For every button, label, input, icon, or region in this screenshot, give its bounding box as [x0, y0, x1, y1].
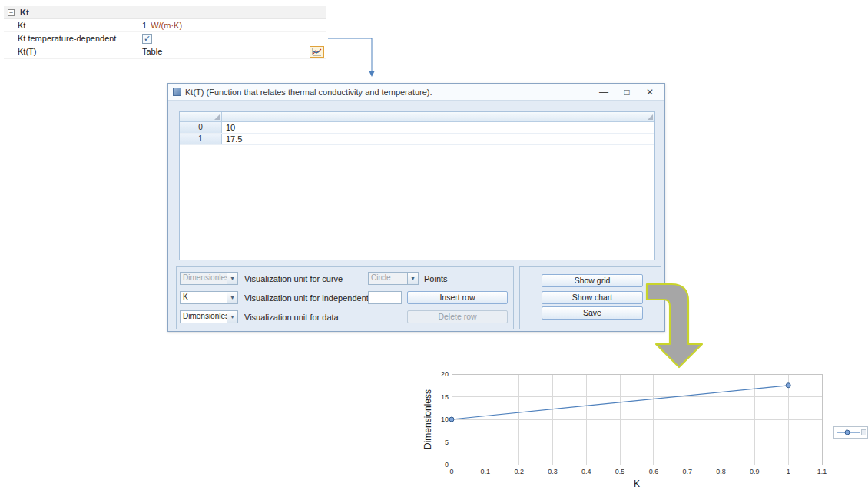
svg-text:0.3: 0.3 — [548, 468, 558, 475]
collapse-icon[interactable]: − — [8, 9, 15, 16]
independent-unit-value: K — [181, 292, 227, 303]
svg-text:0.7: 0.7 — [682, 468, 692, 475]
svg-text:0: 0 — [445, 461, 449, 469]
delete-row-button[interactable]: Delete row — [407, 310, 508, 323]
insert-row-button[interactable]: Insert row — [407, 291, 508, 304]
svg-text:1: 1 — [787, 468, 790, 475]
mini-chart-icon — [312, 48, 322, 56]
property-row-kt[interactable]: Kt 1 W/(m·K) — [4, 19, 326, 32]
points-label: Points — [424, 273, 448, 286]
independent-unit-label: Visualization unit for independent va — [244, 292, 380, 305]
svg-text:5: 5 — [445, 439, 449, 446]
actions-group: Show grid Show chart Save — [519, 266, 661, 329]
property-label: Kt — [4, 21, 142, 30]
independent-unit-dropdown[interactable]: K ▾ — [180, 291, 238, 304]
row-value-input[interactable] — [368, 291, 402, 304]
curve-unit-dropdown[interactable]: Dimensionless ▾ — [180, 272, 238, 285]
svg-text:0.2: 0.2 — [514, 468, 524, 475]
svg-text:0.5: 0.5 — [615, 468, 625, 475]
data-table[interactable]: 0 10 1 17.5 — [179, 111, 655, 260]
unit-controls-group: Dimensionless ▾ Visualization unit for c… — [176, 266, 514, 329]
row-header[interactable]: 0 — [180, 122, 222, 133]
property-grid: − Kt Kt 1 W/(m·K) Kt temperature-depende… — [4, 6, 326, 59]
svg-text:0.6: 0.6 — [649, 468, 659, 475]
row-value-cell[interactable]: 17.5 — [222, 134, 654, 144]
property-label: Kt(T) — [4, 47, 142, 56]
window-icon — [173, 88, 181, 96]
close-button[interactable]: ✕ — [638, 84, 661, 100]
maximize-button[interactable]: □ — [615, 84, 638, 100]
dialog-title: Kt(T) (Function that relates thermal con… — [185, 88, 592, 97]
curve-unit-label: Visualization unit for curve — [244, 273, 343, 286]
minimize-button[interactable]: — — [592, 84, 615, 100]
chevron-down-icon[interactable]: ▾ — [407, 273, 418, 284]
chevron-down-icon[interactable]: ▾ — [227, 273, 237, 284]
property-unit: W/(m·K) — [151, 21, 182, 30]
property-group-label: Kt — [20, 8, 29, 17]
dialog-titlebar[interactable]: Kt(T) (Function that relates thermal con… — [168, 84, 664, 101]
table-row[interactable]: 0 10 — [180, 122, 654, 134]
chevron-down-icon[interactable]: ▾ — [227, 292, 237, 303]
svg-text:0.4: 0.4 — [581, 468, 591, 475]
select-all-corner[interactable] — [180, 112, 222, 121]
save-button[interactable]: Save — [542, 306, 643, 320]
points-style-value: Circle — [369, 273, 407, 284]
corner-triangle-icon — [648, 114, 653, 120]
svg-text:0.1: 0.1 — [481, 468, 491, 475]
curve-unit-value: Dimensionless — [181, 273, 227, 284]
property-group-header[interactable]: − Kt — [4, 6, 326, 19]
value-column-header[interactable] — [222, 112, 654, 121]
svg-text:0.8: 0.8 — [716, 468, 726, 475]
show-chart-button[interactable]: Show chart — [542, 291, 643, 304]
corner-triangle-icon — [214, 114, 220, 120]
temperature-dependent-checkbox[interactable]: ✓ — [142, 34, 152, 44]
svg-text:15: 15 — [441, 393, 449, 401]
svg-text:Dimensionless: Dimensionless — [422, 389, 433, 449]
property-label: Kt temperature-dependent — [4, 34, 142, 43]
chevron-down-icon[interactable]: ▾ — [227, 311, 237, 323]
property-row-ktt[interactable]: Kt(T) Table — [4, 45, 326, 58]
svg-text:0.9: 0.9 — [750, 468, 760, 475]
svg-text:10: 10 — [441, 416, 449, 423]
show-grid-button[interactable]: Show grid — [542, 274, 643, 287]
data-unit-dropdown[interactable]: Dimensionless ▾ — [180, 310, 238, 323]
data-unit-value: Dimensionless — [181, 311, 227, 323]
row-header[interactable]: 1 — [180, 134, 222, 144]
property-value: 1 — [142, 21, 147, 30]
property-value: Table — [142, 47, 162, 56]
points-style-dropdown[interactable]: Circle ▾ — [368, 272, 419, 285]
svg-text:20: 20 — [441, 370, 449, 378]
chart-svg[interactable]: 00.10.20.30.40.50.60.70.80.911.105101520… — [419, 367, 868, 500]
table-row[interactable]: 1 17.5 — [180, 134, 654, 145]
table-header-row — [180, 112, 654, 122]
row-value-cell[interactable]: 10 — [222, 122, 654, 133]
edit-table-icon-button[interactable] — [310, 46, 324, 58]
property-row-temperature-dependent[interactable]: Kt temperature-dependent ✓ — [4, 32, 326, 45]
svg-text:0: 0 — [449, 468, 453, 475]
function-table-dialog: Kt(T) (Function that relates thermal con… — [167, 83, 665, 332]
data-unit-label: Visualization unit for data — [244, 311, 339, 324]
svg-text:1.1: 1.1 — [817, 468, 827, 475]
screenshot-canvas: − Kt Kt 1 W/(m·K) Kt temperature-depende… — [0, 0, 868, 500]
svg-text:K: K — [634, 478, 640, 489]
line-chart: 00.10.20.30.40.50.60.70.80.911.105101520… — [419, 367, 868, 500]
